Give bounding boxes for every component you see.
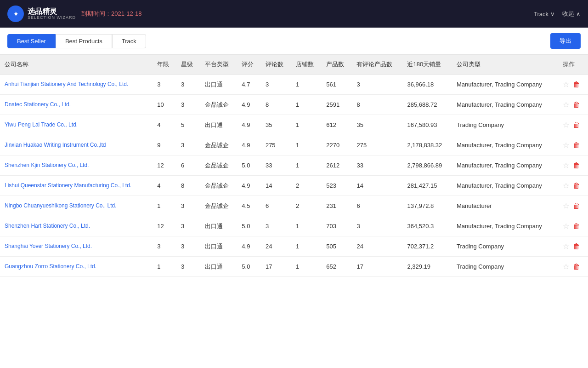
cell-years: 4 — [153, 176, 176, 196]
favorite-icon[interactable]: ☆ — [563, 161, 569, 170]
cell-rating: 5.0 — [237, 216, 261, 236]
cell-years: 1 — [153, 196, 176, 216]
cell-action: ☆ 🗑 — [558, 135, 588, 155]
favorite-icon[interactable]: ☆ — [563, 100, 569, 109]
cell-company-type: Trading Company — [452, 257, 558, 277]
cell-products: 2591 — [322, 95, 352, 115]
main-content: Best Seller Best Products Track 导出 公司名称 … — [0, 28, 588, 368]
cell-action: ☆ 🗑 — [558, 75, 588, 95]
delete-icon[interactable]: 🗑 — [573, 222, 580, 230]
delete-icon[interactable]: 🗑 — [573, 263, 580, 271]
tab-best-products[interactable]: Best Products — [56, 34, 112, 48]
cell-reviewed-products: 24 — [352, 236, 402, 257]
company-name-link[interactable]: Guangzhou Zorro Stationery Co., Ltd. — [5, 263, 96, 270]
chevron-down-icon: ∨ — [550, 11, 555, 17]
cell-platform: 金品诚企 — [200, 155, 237, 176]
cell-company-name: Shanghai Yover Stationery Co., Ltd. — [0, 236, 153, 257]
cell-reviewed-products: 3 — [352, 216, 402, 236]
tab-best-seller[interactable]: Best Seller — [7, 34, 56, 48]
cell-company-type: Manufacturer, Trading Company — [452, 176, 558, 196]
cell-reviews: 35 — [261, 115, 291, 135]
company-name-link[interactable]: Shenzhen Kjin Stationery Co., Ltd. — [5, 162, 89, 168]
favorite-icon[interactable]: ☆ — [563, 242, 569, 251]
col-products: 产品数 — [322, 55, 352, 75]
cell-company-type: Manufacturer, Trading Company — [452, 95, 558, 115]
logo-icon: ✦ — [7, 6, 24, 22]
cell-products: 523 — [322, 176, 352, 196]
company-name-link[interactable]: Anhui Tianjian Stationery And Technology… — [5, 81, 128, 87]
cell-years: 3 — [153, 75, 176, 95]
cell-stores: 1 — [291, 115, 322, 135]
delete-icon[interactable]: 🗑 — [573, 161, 580, 170]
cell-reviews: 14 — [261, 176, 291, 196]
company-name-link[interactable]: Yiwu Peng Lai Trade Co., Ltd. — [5, 121, 78, 128]
company-name-link[interactable]: Shanghai Yover Stationery Co., Ltd. — [5, 243, 92, 249]
cell-action: ☆ 🗑 — [558, 216, 588, 236]
delete-icon[interactable]: 🗑 — [573, 242, 580, 251]
cell-stars: 3 — [176, 216, 200, 236]
header-track-button[interactable]: Track ∨ — [534, 11, 555, 17]
company-name-link[interactable]: Dnatec Stationery Co., Ltd. — [5, 101, 71, 108]
cell-company-name: Shenzhen Kjin Stationery Co., Ltd. — [0, 155, 153, 176]
header-track-label: Track — [534, 11, 548, 17]
cell-company-name: Yiwu Peng Lai Trade Co., Ltd. — [0, 115, 153, 135]
col-sales-180: 近180天销量 — [402, 55, 452, 75]
favorite-icon[interactable]: ☆ — [563, 141, 569, 150]
delete-icon[interactable]: 🗑 — [573, 121, 580, 129]
cell-stores: 1 — [291, 135, 322, 155]
cell-products: 652 — [322, 257, 352, 277]
cell-rating: 5.0 — [237, 257, 261, 277]
favorite-icon[interactable]: ☆ — [563, 201, 569, 210]
tab-track[interactable]: Track — [112, 34, 146, 48]
cell-stars: 3 — [176, 257, 200, 277]
company-name-link[interactable]: Lishui Queenstar Stationery Manufacturin… — [5, 182, 131, 189]
cell-years: 1 — [153, 257, 176, 277]
company-name-link[interactable]: Jinxian Huakao Writing Instrument Co.,lt… — [5, 142, 106, 148]
cell-rating: 4.9 — [237, 115, 261, 135]
tabs: Best Seller Best Products Track — [7, 34, 146, 48]
table-row: Yiwu Peng Lai Trade Co., Ltd. 4 5 出口通 4.… — [0, 115, 588, 135]
cell-reviewed-products: 8 — [352, 95, 402, 115]
col-reviewed-products: 有评论产品数 — [352, 55, 402, 75]
cell-action: ☆ 🗑 — [558, 196, 588, 216]
export-button[interactable]: 导出 — [550, 33, 581, 49]
cell-years: 12 — [153, 216, 176, 236]
cell-stores: 1 — [291, 216, 322, 236]
cell-platform: 金品诚企 — [200, 135, 237, 155]
cell-rating: 4.9 — [237, 95, 261, 115]
delete-icon[interactable]: 🗑 — [573, 182, 580, 190]
cell-company-name: Guangzhou Zorro Stationery Co., Ltd. — [0, 257, 153, 277]
col-company-name: 公司名称 — [0, 55, 153, 75]
favorite-icon[interactable]: ☆ — [563, 181, 569, 190]
cell-reviews: 8 — [261, 95, 291, 115]
table-row: Shenzhen Kjin Stationery Co., Ltd. 12 6 … — [0, 155, 588, 176]
table-row: Lishui Queenstar Stationery Manufacturin… — [0, 176, 588, 196]
header-right: Track ∨ 收起 ∧ — [534, 10, 581, 18]
col-years: 年限 — [153, 55, 176, 75]
favorite-icon[interactable]: ☆ — [563, 80, 569, 89]
cell-company-name: Jinxian Huakao Writing Instrument Co.,lt… — [0, 135, 153, 155]
cell-products: 231 — [322, 196, 352, 216]
cell-stores: 2 — [291, 176, 322, 196]
company-name-link[interactable]: Shenzhen Hart Stationery Co., Ltd. — [5, 223, 90, 229]
table-row: Anhui Tianjian Stationery And Technology… — [0, 75, 588, 95]
delete-icon[interactable]: 🗑 — [573, 101, 580, 109]
header-collapse-button[interactable]: 收起 ∧ — [562, 10, 581, 18]
cell-products: 703 — [322, 216, 352, 236]
delete-icon[interactable]: 🗑 — [573, 141, 580, 150]
cell-action: ☆ 🗑 — [558, 155, 588, 176]
company-name-link[interactable]: Ningbo Chuanyueshikong Stationery Co., L… — [5, 202, 117, 209]
col-stars: 星级 — [176, 55, 200, 75]
favorite-icon[interactable]: ☆ — [563, 121, 569, 129]
action-cell: ☆ 🗑 — [563, 222, 583, 230]
cell-stars: 3 — [176, 196, 200, 216]
favorite-icon[interactable]: ☆ — [563, 222, 569, 230]
cell-rating: 5.0 — [237, 155, 261, 176]
col-reviews: 评论数 — [261, 55, 291, 75]
delete-icon[interactable]: 🗑 — [573, 80, 580, 89]
cell-reviewed-products: 33 — [352, 155, 402, 176]
delete-icon[interactable]: 🗑 — [573, 202, 580, 210]
favorite-icon[interactable]: ☆ — [563, 262, 569, 271]
cell-stores: 1 — [291, 75, 322, 95]
cell-products: 2612 — [322, 155, 352, 176]
